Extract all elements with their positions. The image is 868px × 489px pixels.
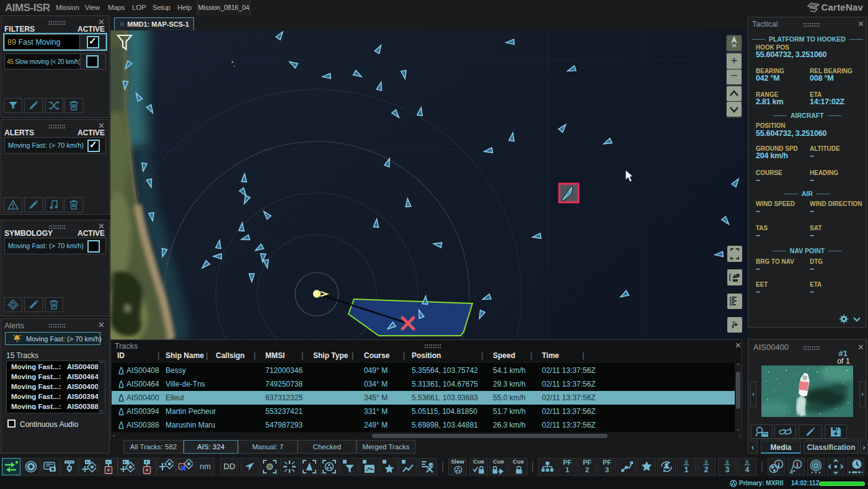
svg-text:1: 1: [684, 465, 689, 473]
svg-text:3: 3: [725, 465, 730, 473]
svg-text:2: 2: [704, 465, 709, 473]
svg-text:4: 4: [745, 465, 750, 473]
svg-text:M: M: [732, 43, 737, 48]
